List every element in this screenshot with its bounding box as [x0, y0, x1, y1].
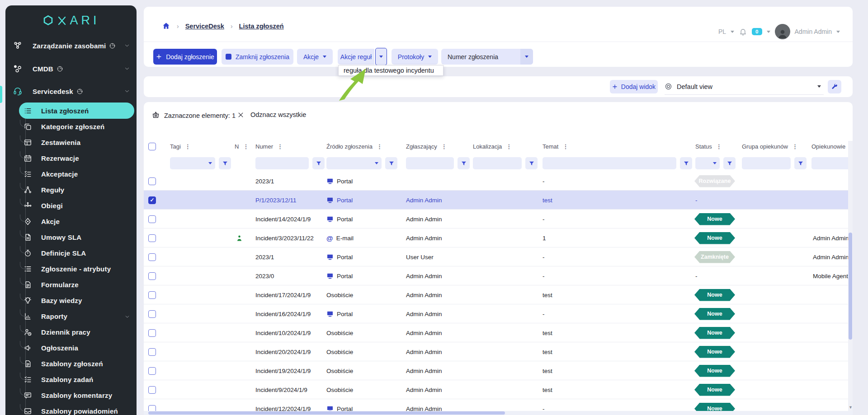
sidebar-section-cmdb[interactable]: CMDB [5, 59, 137, 78]
sidebar-item-szablony-zgłoszeń[interactable]: Szablony zgłoszeń [5, 356, 137, 372]
table-row[interactable]: 2023/1PortalUser User-ZamknięteAdmin Adm… [144, 247, 853, 266]
filter-funnel-button-status[interactable] [723, 157, 736, 169]
sidebar-item-zestawienia[interactable]: Zestawienia [5, 135, 137, 150]
sidebar-item-akceptacje[interactable]: Akceptacje [5, 166, 137, 182]
sidebar-item-zgłoszenie-atrybuty[interactable]: Zgłoszenie - atrybuty [5, 261, 137, 277]
ticket-number[interactable]: 2023/1 [255, 247, 274, 266]
column-header-n[interactable]: N⋮ [235, 142, 249, 151]
view-selector[interactable]: Default view [665, 79, 824, 95]
breadcrumb-lista-zgloszen[interactable]: Lista zgłoszeń [239, 23, 284, 30]
row-checkbox[interactable] [148, 234, 156, 242]
filter-select-zrodlo[interactable] [326, 157, 382, 169]
view-settings-button[interactable] [828, 80, 841, 93]
column-header-opiekunowie[interactable]: Opiekunowie⋮ [811, 142, 853, 151]
column-menu-icon[interactable]: ⋮ [716, 143, 722, 150]
language-selector[interactable]: PL [718, 28, 726, 35]
row-checkbox[interactable] [148, 215, 156, 223]
sidebar-item-dziennik-pracy[interactable]: Dziennik pracy [5, 324, 137, 340]
protocols-button[interactable]: Protokoły [392, 49, 438, 65]
rule-actions-button[interactable]: Akcje reguł [338, 49, 374, 65]
filter-input-temat[interactable] [542, 157, 676, 169]
ticket-number[interactable]: Incident/3/2023/11/22 [255, 228, 314, 247]
rule-actions-dropdown-button[interactable] [375, 48, 387, 65]
sidebar-item-formularze[interactable]: Formularze [5, 277, 137, 293]
row-checkbox[interactable] [148, 291, 156, 299]
table-row[interactable]: Incident/17/2024/1/9OsobiścieAdmin Admin… [144, 285, 853, 304]
sidebar-item-szablony-komentarzy[interactable]: Szablony komentarzy [5, 387, 137, 403]
user-name[interactable]: Admin Admin [795, 28, 832, 35]
ticket-number[interactable]: 2023/0 [255, 266, 274, 285]
ticket-number[interactable]: Incident/9/2024/1/9 [255, 380, 307, 399]
ticket-number[interactable]: P/1/2023/12/11 [255, 191, 297, 210]
column-header-temat[interactable]: Temat⋮ [542, 142, 568, 151]
table-row[interactable]: Incident/3/2023/11/22@E-mailAdmin Admin1… [144, 228, 853, 247]
sidebar-section-assets[interactable]: Zarządzanie zasobami [5, 36, 137, 55]
column-menu-icon[interactable]: ⋮ [377, 143, 382, 150]
filter-caret-icon[interactable] [375, 162, 378, 164]
filter-caret-icon[interactable] [713, 162, 717, 164]
ticket-number[interactable]: Incident/19/2024/1/9 [255, 361, 311, 380]
column-header-zglaszajacy[interactable]: Zgłaszający⋮ [406, 142, 447, 151]
ticket-number[interactable]: Incident/14/2024/1/9 [255, 210, 311, 228]
user-menu-caret-icon[interactable] [836, 31, 840, 33]
ticket-number[interactable]: Incident/17/2024/1/9 [255, 285, 311, 304]
home-icon[interactable] [162, 22, 170, 30]
table-row[interactable]: 2023/0PortalAdmin Admin--Mobile Agent [144, 266, 853, 285]
table-row[interactable]: Incident/20/2024/1/9OsobiścieAdmin Admin… [144, 342, 853, 361]
column-menu-icon[interactable]: ⋮ [562, 143, 568, 150]
sidebar-item-raporty[interactable]: Raporty [5, 308, 137, 324]
add-view-button[interactable]: Dodaj widok [610, 80, 658, 93]
table-row[interactable]: ✓P/1/2023/12/11PortalAdmin Admintest- [144, 191, 853, 210]
filter-input-zglaszajacy[interactable] [406, 157, 454, 169]
notifications-bell-icon[interactable] [739, 28, 747, 36]
table-row[interactable]: Incident/14/2024/1/9PortalAdmin Admin-No… [144, 210, 853, 228]
sidebar-item-akcje[interactable]: Akcje [5, 214, 137, 229]
ticket-number-caret-icon[interactable] [520, 49, 533, 65]
column-header-lokalizacja[interactable]: Lokalizacja⋮ [473, 142, 512, 151]
scroll-down-arrow-icon[interactable]: ▼ [849, 405, 853, 410]
user-avatar[interactable] [775, 24, 790, 39]
actions-button[interactable]: Akcje [297, 49, 333, 65]
filter-funnel-button-zrodlo[interactable] [385, 157, 397, 169]
sidebar-item-szablony-zadań[interactable]: Szablony zadań [5, 372, 137, 387]
column-menu-icon[interactable]: ⋮ [792, 143, 798, 150]
ticket-number[interactable]: Incident/20/2024/1/9 [255, 342, 311, 361]
filter-funnel-button-temat[interactable] [680, 157, 692, 169]
table-row[interactable]: Incident/19/2024/1/9OsobiścieAdmin Admin… [144, 361, 853, 380]
filter-funnel-button-tagi[interactable] [219, 157, 231, 169]
table-row[interactable]: 2023/1Portal-Rozwiązane [144, 172, 853, 191]
breadcrumb-servicedesk[interactable]: ServiceDesk [185, 23, 224, 30]
filter-funnel-button-grupa[interactable] [794, 157, 807, 169]
ticket-number[interactable]: 2023/1 [255, 172, 274, 191]
sidebar-item-bazy-wiedzy[interactable]: Bazy wiedzy [5, 293, 137, 308]
sidebar-item-definicje-sla[interactable]: Definicje SLA [5, 245, 137, 261]
deselect-all-button[interactable]: Odznacz wszystkie [237, 111, 306, 118]
vertical-scrollbar-thumb[interactable] [849, 233, 852, 340]
notification-count-badge[interactable]: 0 [752, 28, 762, 35]
column-menu-icon[interactable]: ⋮ [243, 143, 249, 150]
column-menu-icon[interactable]: ⋮ [506, 143, 512, 150]
sidebar-item-ogłoszenia[interactable]: Ogłoszenia [5, 340, 137, 356]
row-checkbox[interactable] [148, 253, 156, 261]
filter-select-tagi[interactable] [170, 157, 215, 169]
row-checkbox[interactable] [148, 348, 156, 356]
sidebar-item-obiegi[interactable]: Obiegi [5, 198, 137, 214]
language-caret-icon[interactable] [731, 31, 734, 33]
filter-input-lokalizacja[interactable] [473, 157, 522, 169]
row-checkbox[interactable] [148, 329, 156, 337]
filter-funnel-button-lokalizacja[interactable] [525, 157, 538, 169]
row-checkbox[interactable] [148, 177, 156, 185]
row-checkbox[interactable]: ✓ [148, 196, 156, 204]
row-checkbox[interactable] [148, 310, 156, 318]
add-ticket-button[interactable]: Dodaj zgłoszenie [153, 49, 217, 65]
table-row[interactable]: Incident/16/2024/1/9PortalAdmin Admin-No… [144, 304, 853, 323]
select-all-checkbox[interactable] [148, 143, 156, 150]
sidebar-item-kategorie-zgłoszeń[interactable]: Kategorie zgłoszeń [5, 119, 137, 135]
table-row[interactable]: Incident/10/2024/1/9OsobiścieAdmin Admin… [144, 323, 853, 342]
sidebar-item-lista-zgłoszeń[interactable]: Lista zgłoszeń [5, 103, 137, 119]
sidebar-item-umowy-sla[interactable]: Umowy SLA [5, 229, 137, 245]
ticket-number[interactable]: Incident/16/2024/1/9 [255, 304, 311, 323]
sidebar-section-servicedesk[interactable]: Servicedesk [5, 82, 137, 101]
filter-input-numer[interactable] [255, 157, 309, 169]
column-header-tagi[interactable]: Tagi⋮ [170, 142, 191, 151]
